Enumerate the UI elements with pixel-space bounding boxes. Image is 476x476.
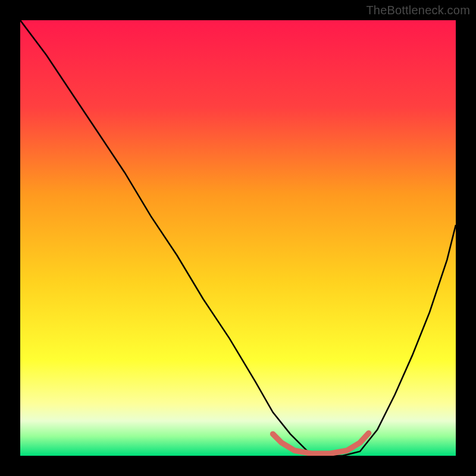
chart-background (20, 20, 456, 456)
watermark-text: TheBottleneck.com (366, 4, 470, 17)
chart-svg (20, 20, 456, 456)
plot-area (20, 20, 456, 456)
chart-frame: TheBottleneck.com (0, 0, 476, 476)
